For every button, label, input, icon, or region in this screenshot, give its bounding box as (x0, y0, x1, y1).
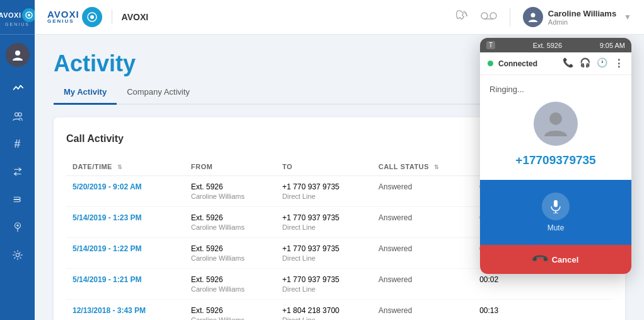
user-name-label: Caroline Williams (548, 9, 616, 18)
cell-to: +1 770 937 9735Direct Line (276, 176, 372, 207)
phone-time-label: 9:05 AM (600, 42, 625, 49)
sort-icon-datetime: ⇅ (117, 164, 123, 170)
cell-disposition (544, 300, 612, 321)
brand-genius-text: GENIUS (5, 22, 30, 27)
phone-status-bar: Connected 📞 🎧 🕐 ⋮ (480, 52, 631, 75)
topnav-brand-title: AVOXI (122, 12, 149, 22)
phone-call-icon[interactable]: 📞 (563, 57, 573, 69)
hash-icon: # (14, 138, 20, 151)
sidebar-item-contacts[interactable] (0, 102, 35, 130)
cell-status: Answered (372, 207, 473, 238)
main-content: AVOXI GENIUS AVOXI (35, 0, 644, 320)
svg-point-17 (549, 112, 562, 125)
sidebar-item-transfer[interactable] (0, 158, 35, 186)
svg-point-3 (15, 113, 18, 116)
col-status[interactable]: CALL STATUS ⇅ (372, 158, 473, 176)
phone-action-icons: 📞 🎧 🕐 ⋮ (563, 57, 624, 69)
phone-icon[interactable] (454, 9, 468, 25)
col-to: TO (276, 158, 372, 176)
svg-point-16 (530, 13, 535, 18)
ringing-text: Ringing... (489, 85, 622, 94)
voicemail-icon[interactable] (481, 11, 497, 24)
cell-status: Answered (372, 300, 473, 321)
sort-icon-status: ⇅ (434, 164, 440, 170)
sidebar: AVOXI GENIUS (0, 0, 35, 320)
sidebar-item-settings[interactable] (0, 241, 35, 269)
tab-company-activity[interactable]: Company Activity (117, 82, 200, 105)
phone-popup: T Ext. 5926 9:05 AM Connected 📞 🎧 🕐 ⋮ Ri… (480, 38, 631, 274)
sidebar-user-avatar[interactable] (6, 43, 30, 67)
cell-status: Answered (372, 176, 473, 207)
sidebar-item-shuffle[interactable] (0, 186, 35, 213)
cell-status: Answered (372, 269, 473, 300)
cell-from: Ext. 5926Caroline Williams (185, 238, 276, 269)
topnav-right: Caroline Williams Admin ▼ (454, 7, 631, 27)
cell-date[interactable]: 5/20/2019 - 9:02 AM (66, 176, 185, 207)
cell-from: Ext. 5926Caroline Williams (185, 269, 276, 300)
svg-point-4 (18, 113, 21, 116)
user-dropdown-arrow[interactable]: ▼ (624, 13, 631, 21)
brand-genius-label: GENIUS (47, 19, 79, 25)
tab-my-activity[interactable]: My Activity (54, 82, 117, 105)
svg-point-1 (28, 14, 30, 16)
cell-to: +1 804 218 3700Direct Line (276, 300, 372, 321)
svg-point-13 (481, 13, 488, 19)
brand-logo: AVOXI GENIUS (47, 7, 102, 27)
cell-to: +1 770 937 9735Direct Line (276, 238, 372, 269)
mute-label: Mute (547, 223, 565, 232)
connected-label: Connected (498, 59, 558, 68)
user-details: Caroline Williams Admin (548, 9, 616, 26)
phone-more-icon[interactable]: ⋮ (614, 57, 624, 69)
svg-point-8 (16, 225, 19, 227)
caller-avatar (534, 102, 578, 146)
col-datetime[interactable]: DATE/TIME ⇅ (66, 158, 185, 176)
sidebar-logo: AVOXI GENIUS (0, 0, 35, 35)
cell-date[interactable]: 5/14/2019 - 1:23 PM (66, 207, 185, 238)
sidebar-item-hash[interactable]: # (0, 130, 35, 158)
cell-from: Ext. 5926Caroline Williams (185, 207, 276, 238)
brand-avoxi-text: AVOXI (0, 11, 21, 19)
nav-divider (112, 9, 112, 25)
svg-point-12 (90, 15, 94, 19)
phone-clock-icon[interactable]: 🕐 (597, 57, 607, 69)
phone-ext-label: Ext. 5926 (533, 42, 562, 49)
cell-date[interactable]: 5/14/2019 - 1:22 PM (66, 238, 185, 269)
cancel-label: Cancel (552, 255, 579, 264)
table-row: 12/13/2018 - 3:43 PM Ext. 5926Caroline W… (66, 300, 612, 321)
cell-status: Answered (372, 238, 473, 269)
user-role-label: Admin (548, 18, 616, 26)
brand-circle-icon (82, 7, 102, 27)
cell-date[interactable]: 12/13/2018 - 3:43 PM (66, 300, 185, 321)
topnav-right-divider (510, 8, 510, 27)
sidebar-item-activity[interactable] (0, 74, 35, 102)
topnav-left: AVOXI GENIUS AVOXI (47, 7, 148, 27)
user-avatar-icon (523, 7, 543, 27)
phone-body: Ringing... +17709379735 (480, 75, 631, 180)
top-nav: AVOXI GENIUS AVOXI (35, 0, 644, 35)
cancel-phone-icon: 📞 (530, 249, 549, 269)
cancel-call-button[interactable]: 📞 Cancel (480, 245, 631, 274)
cell-date[interactable]: 5/14/2019 - 1:21 PM (66, 269, 185, 300)
mute-button[interactable] (542, 193, 570, 220)
connected-indicator (488, 61, 493, 66)
cell-to: +1 770 937 9735Direct Line (276, 207, 372, 238)
cell-to: +1 770 937 9735Direct Line (276, 269, 372, 300)
cell-duration: 00:13 (473, 300, 544, 321)
caller-phone-number: +17709379735 (489, 153, 622, 167)
cell-from: Ext. 5926Caroline Williams (185, 176, 276, 207)
svg-rect-18 (554, 200, 558, 207)
sidebar-item-pin[interactable] (0, 213, 35, 241)
svg-point-14 (490, 13, 496, 19)
phone-blue-section: Mute (480, 180, 631, 245)
phone-top-bar: T Ext. 5926 9:05 AM (480, 38, 631, 52)
carrier-t-icon: T (486, 41, 495, 49)
card-title: Call Activity (66, 133, 124, 145)
cell-from: Ext. 5926Caroline Williams (185, 300, 276, 321)
col-from: FROM (185, 158, 276, 176)
svg-point-2 (15, 50, 20, 56)
svg-point-10 (16, 253, 19, 256)
user-menu[interactable]: Caroline Williams Admin ▼ (523, 7, 631, 27)
page-content: Activity My Activity Company Activity Ca… (35, 35, 644, 320)
phone-headset-icon[interactable]: 🎧 (580, 57, 590, 69)
